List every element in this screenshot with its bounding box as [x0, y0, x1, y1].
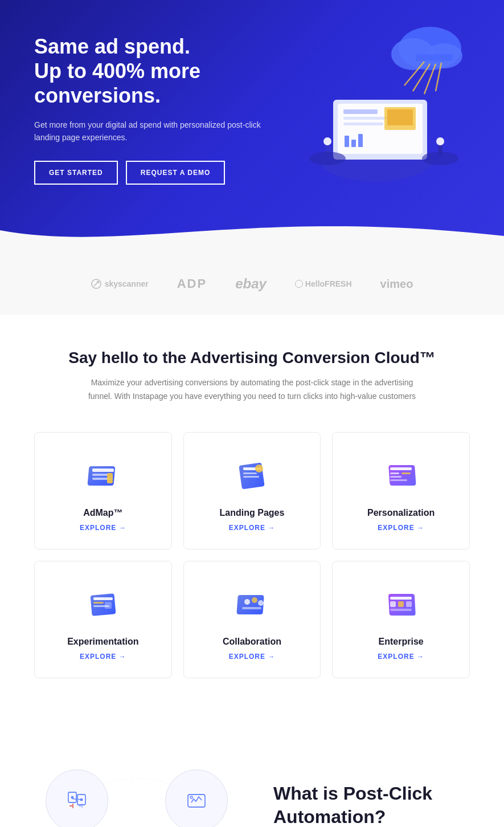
svg-rect-16: [345, 136, 349, 147]
svg-point-24: [422, 152, 458, 165]
svg-rect-15: [387, 109, 413, 125]
pca-title: What is Post-Click Automation?: [273, 782, 470, 827]
svg-rect-51: [242, 607, 261, 609]
hero-wave: [0, 207, 504, 253]
landing-pages-icon: [231, 455, 272, 496]
logo-vimeo: vimeo: [380, 278, 413, 291]
card-experimentation-title: Experimentation: [46, 637, 160, 647]
svg-rect-30: [107, 473, 113, 483]
card-enterprise-explore[interactable]: EXPLORE →: [344, 653, 458, 661]
svg-rect-55: [398, 601, 404, 607]
svg-point-21: [436, 137, 444, 145]
card-admap-explore[interactable]: EXPLORE →: [46, 524, 160, 532]
svg-rect-11: [343, 109, 378, 114]
svg-rect-41: [390, 479, 407, 481]
svg-rect-12: [343, 117, 389, 120]
scalable-creation-circle: [165, 769, 228, 827]
pca-diagram: PCA Ad Mapping: [34, 758, 239, 827]
svg-point-35: [255, 465, 263, 472]
svg-rect-54: [390, 601, 396, 607]
svg-point-23: [309, 152, 346, 165]
svg-rect-44: [93, 602, 104, 604]
card-personalization-explore[interactable]: EXPLORE →: [344, 524, 458, 532]
pca-text: What is Post-Click Automation? Post-clic…: [273, 782, 470, 827]
personalization-icon: [380, 455, 421, 496]
enterprise-icon: [380, 584, 421, 625]
features-title: Say hello to the Advertising Conversion …: [34, 349, 470, 367]
logo-hellofresh: HelloFRESH: [295, 279, 352, 288]
svg-rect-38: [390, 472, 399, 474]
card-enterprise: Enterprise EXPLORE →: [332, 561, 470, 678]
pca-section: PCA Ad Mapping: [0, 724, 504, 827]
card-collaboration-title: Collaboration: [195, 637, 309, 647]
card-landing-pages: Landing Pages EXPLORE →: [183, 432, 321, 549]
svg-rect-39: [401, 472, 411, 474]
card-admap: AdMap™ EXPLORE →: [34, 432, 172, 549]
feature-cards-row2: Experimentation EXPLORE → Collaboration …: [34, 561, 470, 678]
card-landing-pages-explore[interactable]: EXPLORE →: [195, 524, 309, 532]
card-landing-pages-title: Landing Pages: [195, 508, 309, 518]
feature-cards-row1: AdMap™ EXPLORE → Landing Pages EXPLORE →: [34, 432, 470, 549]
logos-section: skyscanner ADP ebay HelloFRESH vimeo: [0, 253, 504, 315]
svg-rect-13: [343, 123, 383, 125]
pca-node-scalable-creation: Scalable Creation: [165, 769, 228, 827]
svg-rect-33: [243, 472, 257, 474]
logo-skyscanner: skyscanner: [91, 279, 149, 289]
svg-rect-37: [390, 467, 412, 470]
ad-mapping-circle: [46, 769, 108, 827]
card-personalization-title: Personalization: [344, 508, 458, 518]
svg-rect-42: [90, 593, 116, 616]
svg-rect-53: [390, 597, 412, 600]
card-experimentation-explore[interactable]: EXPLORE →: [46, 653, 160, 661]
svg-rect-43: [93, 597, 113, 600]
svg-rect-3: [416, 54, 453, 61]
card-personalization: Personalization EXPLORE →: [332, 432, 470, 549]
experimentation-icon: [83, 584, 124, 625]
features-subtitle: Maximize your advertising conversions by…: [87, 376, 417, 404]
svg-rect-40: [390, 476, 401, 478]
svg-point-68: [190, 796, 192, 799]
svg-point-65: [71, 796, 74, 799]
hero-buttons: GET STARTED REQUEST A DEMO: [34, 161, 273, 185]
svg-point-19: [323, 137, 331, 145]
svg-rect-18: [358, 134, 363, 147]
card-collaboration: Collaboration EXPLORE →: [183, 561, 321, 678]
svg-point-49: [252, 597, 257, 603]
collaboration-icon: [231, 584, 272, 625]
svg-rect-17: [351, 140, 356, 147]
pca-node-ad-mapping: Ad Mapping: [46, 769, 108, 827]
svg-rect-56: [406, 601, 412, 607]
logo-ebay: ebay: [235, 276, 267, 292]
card-enterprise-title: Enterprise: [344, 637, 458, 647]
svg-rect-46: [105, 602, 112, 609]
svg-point-50: [258, 600, 264, 606]
svg-rect-27: [92, 469, 114, 472]
admap-icon: [83, 455, 124, 496]
card-experimentation: Experimentation EXPLORE →: [34, 561, 172, 678]
features-section: Say hello to the Advertising Conversion …: [0, 315, 504, 724]
hero-subtext: Get more from your digital ad spend with…: [34, 119, 273, 144]
logo-adp: ADP: [177, 276, 207, 291]
card-admap-title: AdMap™: [46, 508, 160, 518]
hero-headline: Same ad spend. Up to 400% more conversio…: [34, 34, 273, 108]
svg-point-48: [244, 599, 250, 605]
hero-illustration: [265, 17, 481, 188]
card-collaboration-explore[interactable]: EXPLORE →: [195, 653, 309, 661]
request-demo-button[interactable]: REQUEST A DEMO: [126, 161, 225, 185]
get-started-button[interactable]: GET STARTED: [34, 161, 118, 185]
svg-rect-28: [92, 474, 108, 476]
svg-rect-34: [243, 476, 259, 478]
svg-rect-57: [390, 609, 412, 611]
hero-section: Same ad spend. Up to 400% more conversio…: [0, 0, 504, 253]
hero-content: Same ad spend. Up to 400% more conversio…: [34, 34, 273, 185]
